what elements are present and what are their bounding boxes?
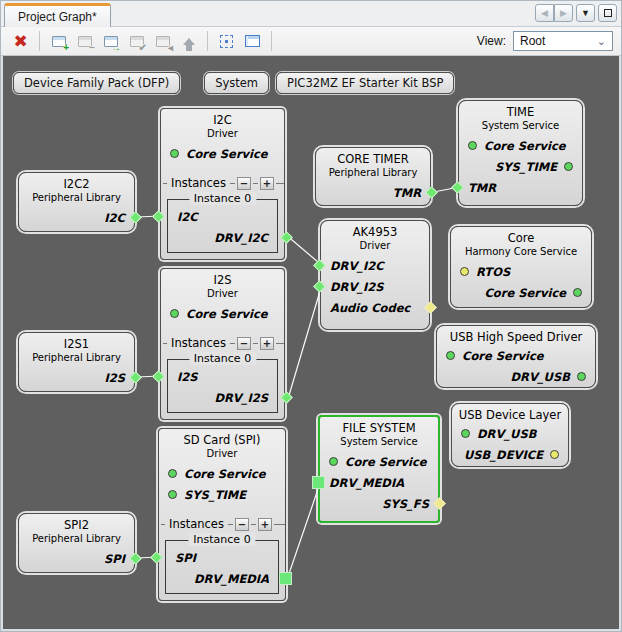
node-subtitle: Peripheral Library	[19, 192, 134, 207]
port-label: Core Service	[186, 147, 268, 161]
port-row: Core Service	[161, 303, 284, 324]
port-row: DRV_MEDIA	[166, 568, 278, 589]
green-diamond-connector-icon[interactable]	[129, 552, 142, 565]
node-title: USB Device Layer	[452, 404, 568, 423]
toolbar-separator	[39, 31, 40, 51]
add-instance-button[interactable]: +	[260, 177, 274, 190]
scroll-tabs-right-button[interactable]: ▶	[554, 4, 573, 22]
green-diamond-connector-icon[interactable]	[129, 211, 142, 224]
yellow-diamond-connector-icon[interactable]	[433, 497, 446, 510]
node-title: Core	[451, 227, 591, 246]
node-i2c[interactable]: I2CDriverCore ServiceInstances−+Instance…	[160, 108, 285, 260]
port-row: SPI	[166, 547, 278, 568]
node-i2s[interactable]: I2SDriverCore ServiceInstances−+Instance…	[160, 268, 285, 420]
node-i2c2[interactable]: I2C2Peripheral LibraryI2C	[18, 172, 135, 232]
add-instance-button[interactable]: +	[258, 518, 272, 531]
green-diamond-connector-icon[interactable]	[451, 181, 464, 194]
node-title: TIME	[459, 101, 582, 120]
green-diamond-connector-icon[interactable]	[280, 391, 293, 404]
node-subtitle: Harmony Core Service	[451, 246, 591, 261]
node-title: I2C2	[19, 173, 134, 192]
node-subtitle: Driver	[159, 448, 285, 463]
move-up-button[interactable]	[177, 30, 200, 53]
port-row: SPI	[19, 548, 134, 569]
port-row: I2S	[168, 366, 277, 387]
green-circle-connector-icon	[577, 372, 586, 381]
node-usbhs[interactable]: USB High Speed DriverCore ServiceDRV_USB	[436, 325, 596, 388]
new-window-button[interactable]: +	[47, 30, 70, 53]
node-spi2[interactable]: SPI2Peripheral LibrarySPI	[18, 513, 135, 573]
remove-instance-button[interactable]: −	[237, 337, 251, 350]
confirm-window-button[interactable]: ✔	[125, 30, 148, 53]
overlay-glyph-icon: →	[111, 43, 121, 52]
port-row: SYS_FS	[320, 493, 438, 514]
node-core[interactable]: CoreHarmony Core ServiceRTOSCore Service	[450, 226, 592, 308]
node-title: FILE SYSTEM	[320, 417, 438, 436]
port-row: DRV_I2C	[321, 255, 429, 276]
port-row: DRV_USB	[437, 366, 595, 387]
green-diamond-connector-icon[interactable]	[425, 186, 438, 199]
node-title: SPI2	[19, 514, 134, 533]
dash	[230, 343, 235, 344]
instances-header: Instances−+	[159, 516, 285, 532]
system-button[interactable]: System	[204, 72, 269, 94]
view-snapshot-button[interactable]	[241, 30, 264, 53]
green-diamond-connector-icon[interactable]	[313, 259, 326, 272]
back-window-button[interactable]: ◂	[151, 30, 174, 53]
node-usbdl[interactable]: USB Device LayerDRV_USBUSB_DEVICE	[451, 403, 569, 467]
green-circle-connector-icon	[168, 490, 177, 499]
green-circle-connector-icon	[468, 141, 477, 150]
dash	[253, 183, 258, 184]
yellow-diamond-connector-icon[interactable]	[424, 301, 437, 314]
scroll-tabs-left-button[interactable]: ◀	[535, 4, 554, 22]
maximize-square-icon	[604, 9, 612, 17]
remove-instance-button[interactable]: −	[237, 177, 251, 190]
port-label: DRV_MEDIA	[329, 476, 404, 490]
port-label: USB_DEVICE	[464, 448, 543, 462]
green-diamond-connector-icon[interactable]	[280, 231, 293, 244]
zoom-to-fit-button[interactable]	[215, 30, 238, 53]
yellow-circle-connector-icon	[550, 450, 559, 459]
port-label: Core Service	[484, 139, 566, 153]
node-subtitle: Peripheral Library	[19, 352, 134, 367]
dash	[253, 343, 258, 344]
port-row: TMR	[316, 182, 430, 203]
node-filesystem[interactable]: FILE SYSTEMSystem ServiceCore ServiceDRV…	[318, 415, 440, 523]
node-sdcard[interactable]: SD Card (SPI)DriverCore ServiceSYS_TIMEI…	[158, 428, 286, 601]
green-diamond-connector-icon[interactable]	[152, 370, 165, 383]
instance-box: Instance 0SPIDRV_MEDIA	[165, 540, 279, 594]
port-row: DRV_I2S	[168, 387, 277, 408]
port-label: DRV_USB	[511, 370, 570, 384]
tab-project-graph[interactable]: Project Graph*	[4, 3, 111, 27]
green-square-connector-icon[interactable]	[279, 572, 292, 585]
view-group: View: Root ⌄	[477, 31, 613, 51]
node-ak4953[interactable]: AK4953DriverDRV_I2CDRV_I2SAudio Codec	[320, 220, 430, 330]
node-coretimer[interactable]: CORE TIMERPeripheral LibraryTMR	[315, 147, 431, 206]
port-row: RTOS	[451, 261, 591, 282]
graph-canvas[interactable]: Device Family Pack (DFP)SystemPIC32MZ EF…	[1, 56, 621, 631]
remove-window-button[interactable]: −	[73, 30, 96, 53]
node-title: I2C	[161, 109, 284, 128]
import-to-window-button[interactable]: →	[99, 30, 122, 53]
node-time[interactable]: TIMESystem ServiceCore ServiceSYS_TIMETM…	[458, 100, 583, 206]
chevron-down-icon: ⌄	[597, 35, 606, 48]
green-square-connector-icon[interactable]	[312, 476, 325, 489]
green-diamond-connector-icon[interactable]	[313, 280, 326, 293]
port-label: Core Service	[186, 307, 268, 321]
instance-box: Instance 0I2CDRV_I2C	[167, 199, 278, 253]
device-family-pack-button[interactable]: Device Family Pack (DFP)	[13, 72, 180, 94]
overlay-glyph-icon: ◂	[168, 43, 173, 52]
remove-instance-button[interactable]: −	[235, 518, 249, 531]
layout-window-icon	[245, 35, 260, 47]
green-diamond-connector-icon[interactable]	[129, 371, 142, 384]
node-i2s1[interactable]: I2S1Peripheral LibraryI2S	[18, 332, 135, 392]
add-instance-button[interactable]: +	[260, 337, 274, 350]
maximize-button[interactable]	[598, 4, 617, 22]
view-select[interactable]: Root ⌄	[513, 31, 613, 51]
green-diamond-connector-icon[interactable]	[150, 551, 163, 564]
bsp-button[interactable]: PIC32MZ EF Starter Kit BSP	[276, 72, 454, 94]
port-label: SPI	[104, 552, 125, 566]
green-diamond-connector-icon[interactable]	[152, 210, 165, 223]
tab-list-button[interactable]: ▼	[576, 4, 595, 22]
delete-component-button[interactable]: ✖	[9, 30, 32, 53]
